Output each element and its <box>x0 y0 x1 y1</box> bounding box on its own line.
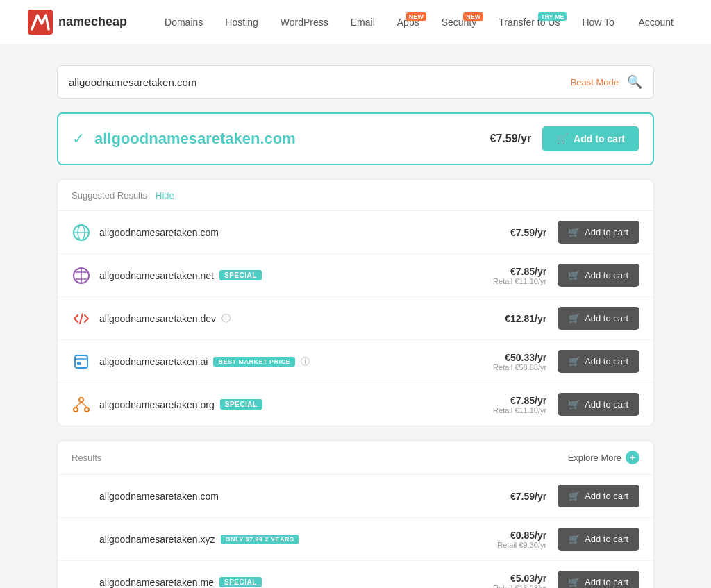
result-add-button-0[interactable]: 🛒 Add to cart <box>558 485 639 507</box>
suggested-title: Suggested Results <box>72 190 147 201</box>
svg-line-15 <box>76 402 81 408</box>
cart-icon-r0: 🛒 <box>569 491 580 501</box>
main-result-domain: allgoodnamesaretaken.com <box>94 130 490 148</box>
net-icon <box>72 266 91 285</box>
suggested-row-2: allgoodnamesaretaken.dev ⓘ €12.81/yr 🛒 A… <box>58 297 653 340</box>
search-icon[interactable]: 🔍 <box>627 74 642 90</box>
result-price-0: €7.59/yr <box>477 491 546 502</box>
suggested-domain-2: allgoodnamesaretaken.dev ⓘ <box>99 312 477 325</box>
suggested-price-2: €12.81/yr <box>477 313 546 324</box>
nav-wordpress[interactable]: WordPress <box>271 11 338 33</box>
cart-icon-r2: 🛒 <box>569 577 580 587</box>
results-header: Results Explore More + <box>58 441 653 475</box>
dev-icon <box>72 309 91 328</box>
security-badge: NEW <box>463 12 483 21</box>
main-result: ✓ allgoodnamesaretaken.com €7.59/yr 🛒 Ad… <box>57 112 654 165</box>
suggested-domain-1: allgoodnamesaretaken.net SPECIAL <box>99 270 477 281</box>
globe-icon <box>72 223 91 242</box>
cart-icon-s0: 🛒 <box>569 227 580 237</box>
suggested-add-button-4[interactable]: 🛒 Add to cart <box>558 393 639 416</box>
svg-point-12 <box>79 398 83 402</box>
transfer-badge: TRY ME <box>538 12 567 21</box>
logo[interactable]: namecheap <box>28 10 127 35</box>
suggested-price-1: €7.85/yr Retail €11.10/yr <box>477 266 546 285</box>
svg-point-13 <box>74 408 78 412</box>
beast-mode-link[interactable]: Beast Mode <box>571 77 619 87</box>
logo-text: namecheap <box>58 15 127 29</box>
search-query: allgoodnamesaretaken.com <box>69 76 196 88</box>
suggested-header: Suggested Results Hide <box>58 180 653 211</box>
check-icon: ✓ <box>72 130 85 148</box>
org-icon <box>72 395 91 414</box>
cart-icon-s4: 🛒 <box>569 399 580 410</box>
suggested-tag-3: BEST MARKET PRICE <box>213 357 295 367</box>
result-add-button-2[interactable]: 🛒 Add to cart <box>558 571 639 588</box>
suggested-price-4: €7.85/yr Retail €11.10/yr <box>477 395 546 414</box>
hide-link[interactable]: Hide <box>156 190 174 201</box>
suggested-domain-0: allgoodnamesaretaken.com <box>99 227 477 238</box>
nav-email[interactable]: Email <box>341 11 385 33</box>
suggested-add-button-3[interactable]: 🛒 Add to cart <box>558 350 639 373</box>
cart-icon-s2: 🛒 <box>569 313 580 324</box>
svg-rect-11 <box>77 362 81 365</box>
result-tag-2: SPECIAL <box>219 577 262 587</box>
result-price-1: €0.85/yr Retail €9.30/yr <box>477 530 546 549</box>
results-section: Results Explore More + allgoodnamesareta… <box>57 440 654 588</box>
nav-howto[interactable]: How To <box>572 11 624 33</box>
result-domain-0: allgoodnamesaretaken.com <box>72 491 477 502</box>
suggested-add-button-1[interactable]: 🛒 Add to cart <box>558 264 639 287</box>
cart-icon-s3: 🛒 <box>569 356 580 367</box>
result-tag-1: ONLY $7.99 2 YEARS <box>221 535 299 544</box>
apps-badge: NEW <box>406 12 426 21</box>
info-icon-3[interactable]: ⓘ <box>301 355 310 368</box>
suggested-row-1: allgoodnamesaretaken.net SPECIAL €7.85/y… <box>58 254 653 297</box>
suggested-row-0: allgoodnamesaretaken.com €7.59/yr 🛒 Add … <box>58 211 653 254</box>
result-price-2: €5.03/yr Retail €16.23/yr <box>477 573 546 589</box>
main-nav: Domains Hosting WordPress Email Apps NEW… <box>155 11 628 33</box>
suggested-title-group: Suggested Results Hide <box>72 190 174 201</box>
cart-icon-main: 🛒 <box>556 133 568 144</box>
result-domain-1: allgoodnamesaretaken.xyz ONLY $7.99 2 YE… <box>72 534 477 545</box>
nav-account[interactable]: Account <box>628 11 683 33</box>
main-result-price: €7.59/yr <box>490 133 532 145</box>
svg-point-14 <box>85 408 89 412</box>
suggested-price-3: €50.33/yr Retail €58.88/yr <box>477 352 546 371</box>
main-add-label: Add to cart <box>574 133 625 144</box>
ai-icon <box>72 352 91 371</box>
result-row-1: allgoodnamesaretaken.xyz ONLY $7.99 2 YE… <box>58 518 653 561</box>
svg-rect-9 <box>75 355 87 368</box>
search-actions: Beast Mode 🔍 <box>571 74 642 90</box>
nav-hosting[interactable]: Hosting <box>215 11 267 33</box>
suggested-add-button-0[interactable]: 🛒 Add to cart <box>558 221 639 244</box>
suggested-results-section: Suggested Results Hide allgoodnamesareta… <box>57 179 654 426</box>
svg-line-8 <box>80 314 83 324</box>
cart-icon-r1: 🛒 <box>569 534 580 544</box>
explore-more-btn[interactable]: Explore More + <box>568 451 639 464</box>
suggested-tag-1: SPECIAL <box>219 270 262 280</box>
nav-domains[interactable]: Domains <box>155 11 212 33</box>
result-row-0: allgoodnamesaretaken.com €7.59/yr 🛒 Add … <box>58 475 653 518</box>
header: namecheap Domains Hosting WordPress Emai… <box>0 0 711 44</box>
main-add-to-cart-button[interactable]: 🛒 Add to cart <box>542 126 639 151</box>
suggested-domain-3: allgoodnamesaretaken.ai BEST MARKET PRIC… <box>99 355 477 368</box>
info-icon-2[interactable]: ⓘ <box>221 312 231 325</box>
explore-plus-icon: + <box>626 451 639 464</box>
suggested-tag-4: SPECIAL <box>220 399 262 410</box>
suggested-domain-4: allgoodnamesaretaken.org SPECIAL <box>99 399 477 410</box>
main-content: allgoodnamesaretaken.com Beast Mode 🔍 ✓ … <box>43 65 668 588</box>
cart-icon-s1: 🛒 <box>569 270 580 280</box>
nav-transfer[interactable]: Transfer to Us TRY ME <box>489 11 569 33</box>
suggested-price-0: €7.59/yr <box>477 227 546 238</box>
results-title: Results <box>72 453 101 463</box>
suggested-row-3: allgoodnamesaretaken.ai BEST MARKET PRIC… <box>58 340 653 383</box>
svg-line-16 <box>81 402 87 408</box>
nav-security[interactable]: Security NEW <box>432 11 487 33</box>
result-add-button-1[interactable]: 🛒 Add to cart <box>558 528 639 551</box>
nav-apps[interactable]: Apps NEW <box>387 11 429 33</box>
suggested-add-button-2[interactable]: 🛒 Add to cart <box>558 307 639 330</box>
search-box: allgoodnamesaretaken.com Beast Mode 🔍 <box>57 65 654 99</box>
result-domain-2: allgoodnamesaretaken.me SPECIAL <box>72 577 477 588</box>
suggested-row-4: allgoodnamesaretaken.org SPECIAL €7.85/y… <box>58 383 653 426</box>
result-row-2: allgoodnamesaretaken.me SPECIAL €5.03/yr… <box>58 561 653 588</box>
